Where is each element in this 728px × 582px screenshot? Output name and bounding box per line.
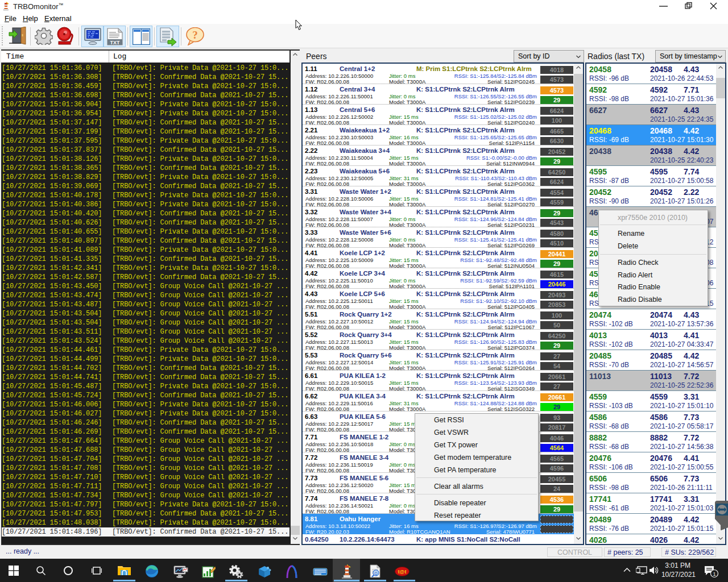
svg-text:TXT: TXT [110, 40, 121, 45]
svg-text:t@t: t@t [398, 569, 407, 575]
svg-text:Q: Q [374, 571, 378, 576]
svg-text:1: 1 [713, 571, 715, 577]
svg-text:?: ? [192, 29, 198, 41]
